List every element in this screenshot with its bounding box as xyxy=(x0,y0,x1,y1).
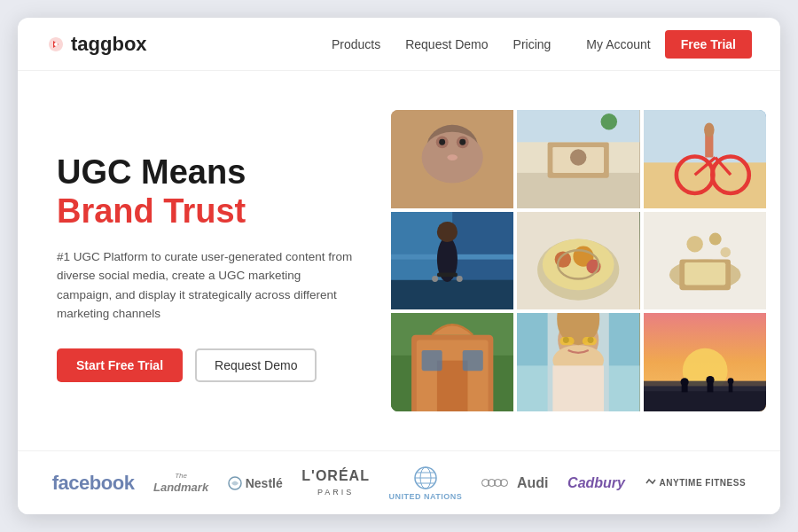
svg-point-4 xyxy=(436,136,449,148)
svg-point-65 xyxy=(682,348,727,394)
brand-nestle: Nestlé xyxy=(228,476,283,490)
free-trial-button[interactable]: Free Trial xyxy=(665,30,752,59)
svg-rect-59 xyxy=(553,366,605,411)
svg-rect-67 xyxy=(644,381,766,392)
svg-rect-48 xyxy=(391,356,513,411)
hero-description: #1 UGC Platform to curate user-generated… xyxy=(57,247,356,324)
request-demo-button[interactable]: Request Demo xyxy=(195,348,317,382)
svg-rect-40 xyxy=(644,212,766,310)
svg-rect-42 xyxy=(679,259,731,290)
grid-image-architecture xyxy=(391,313,513,411)
grid-image-woman-portrait xyxy=(517,313,639,411)
svg-rect-11 xyxy=(548,142,609,177)
nestle-logo: Nestlé xyxy=(228,476,283,490)
svg-point-2 xyxy=(426,125,478,170)
svg-rect-47 xyxy=(391,313,513,411)
svg-rect-10 xyxy=(517,173,639,208)
svg-point-28 xyxy=(437,237,458,282)
brand-un: UNITED NATIONS xyxy=(389,466,463,501)
svg-point-6 xyxy=(439,139,445,145)
logo[interactable]: taggbox xyxy=(46,33,147,56)
svg-point-19 xyxy=(676,156,713,193)
start-free-trial-button[interactable]: Start Free Trial xyxy=(57,348,183,382)
svg-rect-62 xyxy=(560,337,575,345)
anytime-fitness-logo: ANYTIME FITNESS xyxy=(645,477,747,489)
svg-point-8 xyxy=(447,154,458,160)
svg-point-7 xyxy=(459,139,466,145)
svg-rect-14 xyxy=(517,110,639,142)
svg-point-60 xyxy=(563,337,569,343)
hero-title-line1: UGC Means xyxy=(57,153,356,192)
grid-image-jewelry xyxy=(644,212,766,310)
svg-rect-24 xyxy=(391,212,513,310)
nav-request-demo[interactable]: Request Demo xyxy=(405,37,488,51)
svg-rect-9 xyxy=(517,110,639,208)
svg-point-41 xyxy=(669,259,740,290)
svg-point-35 xyxy=(543,239,614,290)
svg-point-44 xyxy=(686,236,702,252)
un-logo: UNITED NATIONS xyxy=(389,466,463,501)
svg-rect-27 xyxy=(391,254,513,259)
svg-point-0 xyxy=(54,43,58,46)
svg-rect-30 xyxy=(437,272,458,277)
svg-rect-1 xyxy=(391,110,513,208)
svg-point-18 xyxy=(712,156,749,193)
svg-rect-16 xyxy=(644,110,766,208)
my-account-link[interactable]: My Account xyxy=(586,37,650,51)
svg-point-58 xyxy=(553,346,605,377)
svg-rect-17 xyxy=(644,162,766,207)
svg-point-61 xyxy=(588,337,594,343)
brand-cadbury: Cadbury xyxy=(567,475,625,491)
grid-image-dining xyxy=(517,110,639,208)
browser-window: taggbox Products Request Demo Pricing My… xyxy=(18,18,780,514)
svg-rect-55 xyxy=(517,366,639,411)
grid-image-food xyxy=(517,212,639,310)
svg-rect-43 xyxy=(685,262,725,285)
svg-rect-50 xyxy=(417,340,489,411)
svg-point-29 xyxy=(437,222,458,242)
svg-point-3 xyxy=(421,132,482,184)
logo-text: taggbox xyxy=(71,33,147,56)
grid-image-skater xyxy=(391,212,513,310)
svg-rect-73 xyxy=(728,383,732,392)
svg-point-70 xyxy=(706,376,714,384)
grid-image-bicycle xyxy=(644,110,766,208)
svg-point-15 xyxy=(601,113,617,129)
svg-rect-49 xyxy=(411,335,493,411)
grid-image-cat xyxy=(391,110,513,208)
nav-right: My Account Free Trial xyxy=(586,30,752,59)
hero-right xyxy=(384,71,780,450)
svg-rect-71 xyxy=(707,382,713,393)
svg-rect-22 xyxy=(705,132,713,158)
svg-point-72 xyxy=(727,379,733,385)
brand-audi: Audi xyxy=(481,475,549,491)
svg-rect-64 xyxy=(644,313,766,411)
grid-image-sunset xyxy=(644,313,766,411)
svg-rect-63 xyxy=(583,337,597,345)
svg-rect-66 xyxy=(644,387,766,411)
cadbury-logo: Cadbury xyxy=(567,475,625,491)
hero-buttons: Start Free Trial Request Demo xyxy=(57,348,356,382)
svg-point-34 xyxy=(537,239,619,300)
brand-anytime: ANYTIME FITNESS xyxy=(645,477,747,489)
svg-rect-53 xyxy=(463,350,483,371)
nav-links: Products Request Demo Pricing xyxy=(332,37,551,51)
main-content: UGC Means Brand Trust #1 UGC Platform to… xyxy=(18,71,780,450)
svg-point-38 xyxy=(587,259,601,273)
brand-loreal: L'ORÉAL PARIS xyxy=(301,468,370,497)
hero-left: UGC Means Brand Trust #1 UGC Platform to… xyxy=(18,71,384,450)
svg-rect-54 xyxy=(517,313,639,411)
nav-products[interactable]: Products xyxy=(332,37,380,51)
svg-point-31 xyxy=(432,276,438,282)
svg-rect-12 xyxy=(553,147,605,173)
image-grid xyxy=(391,110,766,411)
svg-point-45 xyxy=(708,232,721,245)
brands-bar: facebook The Landmark Nestlé L'ORÉAL PAR… xyxy=(18,450,780,514)
svg-point-13 xyxy=(570,149,586,165)
svg-point-39 xyxy=(558,250,598,278)
audi-logo: Audi xyxy=(481,475,549,491)
nav-pricing[interactable]: Pricing xyxy=(513,37,552,51)
svg-rect-26 xyxy=(391,212,452,280)
landmark-logo: The Landmark xyxy=(153,472,208,494)
facebook-logo: facebook xyxy=(52,472,135,495)
